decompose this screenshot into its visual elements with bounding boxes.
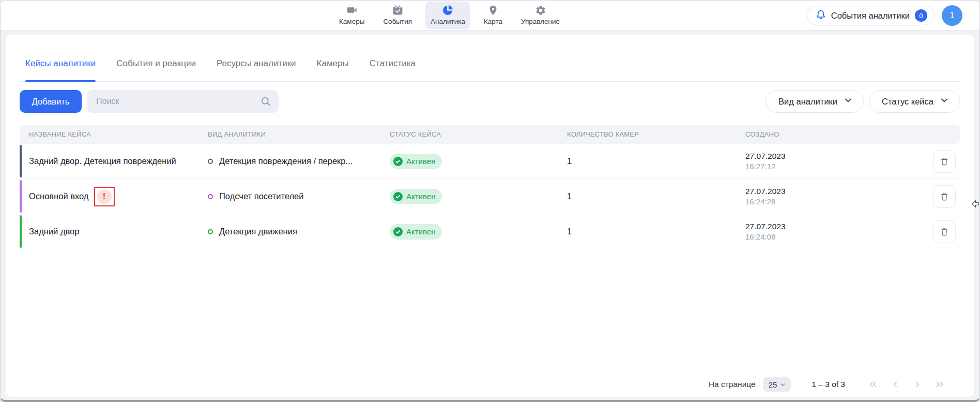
analytics-type-label: Детекция повреждения / перекр... [219, 156, 353, 166]
gear-icon [535, 5, 546, 16]
add-button[interactable]: Добавить [20, 90, 82, 113]
analytics-type-icon [208, 159, 213, 164]
analytics-events-button[interactable]: События аналитики 0 [807, 6, 935, 25]
status-badge: Активен [390, 224, 442, 240]
created-date: 27.07.2023 [745, 186, 926, 197]
camera-count: 1 [567, 191, 745, 201]
trash-icon [939, 156, 950, 167]
status-badge: Активен [390, 154, 442, 169]
status-badge: Активен [390, 189, 442, 204]
created-date: 27.07.2023 [745, 221, 926, 232]
case-name: Задний двор. Детекция повреждений [29, 156, 176, 166]
camera-icon [346, 4, 358, 16]
topbar-right: События аналитики 0 1 [807, 5, 962, 26]
search-icon [261, 96, 271, 109]
nav-label: Управление [521, 18, 560, 25]
camera-count: 1 [567, 156, 745, 166]
main-nav: Камеры События Аналитика Карта [334, 1, 565, 30]
case-name: Основной вход [29, 191, 89, 201]
pagination: На странице 25 1 – 3 of 3 [709, 377, 945, 392]
filter-label: Вид аналитики [778, 97, 837, 107]
toolbar: Добавить Вид аналитики Статус кейса [20, 90, 960, 113]
tab-analytics-resources[interactable]: Ресурсы аналитики [217, 46, 296, 81]
avatar[interactable]: 1 [942, 5, 962, 26]
alert-annotation-box: ! [94, 187, 115, 206]
tab-bar: Кейсы аналитики События и реакции Ресурс… [20, 35, 960, 82]
mouse-cursor [971, 199, 979, 211]
trash-icon [939, 191, 950, 202]
analytics-type-label: Детекция движения [219, 227, 297, 236]
page-range: 1 – 3 of 3 [811, 380, 845, 389]
tab-events-reactions[interactable]: События и реакции [116, 46, 196, 81]
status-label: Активен [406, 227, 435, 236]
last-page-button[interactable] [934, 379, 945, 390]
table-body: Задний двор. Детекция повреждений Детекц… [20, 144, 960, 249]
tab-analytics-cases[interactable]: Кейсы аналитики [25, 46, 96, 81]
delete-button[interactable] [933, 220, 956, 243]
nav-label: Камеры [339, 18, 364, 25]
case-name: Задний двор [29, 227, 79, 236]
nav-item-analytics[interactable]: Аналитика [425, 2, 470, 29]
row-accent-bar [20, 215, 22, 248]
top-navigation-bar: Камеры События Аналитика Карта [1, 1, 979, 31]
events-count-badge: 0 [915, 9, 927, 22]
table-row[interactable]: Основной вход ! Подсчет посетителей [20, 179, 960, 214]
chevron-down-icon [779, 381, 786, 388]
analytics-type-icon [208, 229, 213, 234]
created-time: 16:24:08 [745, 232, 926, 242]
trash-icon [939, 227, 950, 237]
status-label: Активен [406, 157, 435, 166]
camera-count: 1 [567, 227, 745, 236]
column-header-case-name: НАЗВАНИЕ КЕЙСА [29, 130, 208, 138]
check-icon [393, 157, 403, 166]
filters: Вид аналитики Статус кейса [765, 90, 960, 113]
map-pin-icon [487, 5, 499, 16]
per-page-value: 25 [769, 380, 777, 389]
row-accent-bar [20, 180, 22, 213]
events-button-label: События аналитики [831, 11, 910, 21]
pagination-arrows [867, 379, 945, 390]
tab-cameras[interactable]: Камеры [317, 46, 349, 81]
table-row[interactable]: Задний двор Детекция движения Активен [20, 214, 960, 249]
delete-button[interactable] [933, 185, 956, 208]
created-cell: 27.07.2023 16:24:08 [745, 221, 926, 242]
nav-item-events[interactable]: События [378, 2, 417, 29]
nav-label: Аналитика [431, 18, 465, 25]
nav-item-cameras[interactable]: Камеры [334, 2, 370, 29]
tab-statistics[interactable]: Статистика [370, 46, 416, 81]
check-icon [393, 227, 403, 236]
nav-item-map[interactable]: Карта [479, 2, 508, 29]
content-card: Кейсы аналитики События и реакции Ресурс… [6, 35, 974, 397]
case-status-filter[interactable]: Статус кейса [869, 90, 960, 113]
per-page-label: На странице [709, 380, 756, 389]
column-header-analytics-type: ВИД АНАЛИТИКИ [208, 130, 390, 138]
search-box [87, 90, 279, 113]
column-header-camera-count: КОЛИЧЕСТВО КАМЕР [567, 130, 745, 138]
nav-label: Карта [484, 18, 502, 25]
analytics-type-icon [208, 194, 213, 199]
delete-button[interactable] [933, 150, 956, 173]
bell-icon [816, 9, 826, 22]
created-cell: 27.07.2023 16:27:12 [745, 151, 926, 172]
created-date: 27.07.2023 [745, 151, 926, 161]
nav-item-management[interactable]: Управление [516, 2, 565, 29]
search-input[interactable] [87, 90, 279, 113]
prev-page-button[interactable] [890, 379, 901, 390]
chevron-down-icon [940, 96, 949, 107]
column-header-created: СОЗДАНО [745, 130, 926, 138]
nav-label: События [383, 18, 412, 25]
created-time: 16:27:12 [745, 161, 926, 172]
chevron-down-icon [844, 96, 853, 107]
status-label: Активен [406, 192, 435, 201]
next-page-button[interactable] [912, 379, 923, 390]
created-cell: 27.07.2023 16:24:28 [745, 186, 926, 207]
column-header-case-status: СТАТУС КЕЙСА [390, 130, 567, 138]
table-header: НАЗВАНИЕ КЕЙСА ВИД АНАЛИТИКИ СТАТУС КЕЙС… [20, 125, 960, 144]
first-page-button[interactable] [867, 379, 879, 390]
filter-label: Статус кейса [882, 97, 933, 107]
alert-icon: ! [97, 189, 112, 204]
created-time: 16:24:28 [745, 197, 926, 207]
per-page-select[interactable]: 25 [763, 377, 791, 392]
table-row[interactable]: Задний двор. Детекция повреждений Детекц… [20, 144, 960, 179]
analytics-type-filter[interactable]: Вид аналитики [765, 90, 864, 113]
